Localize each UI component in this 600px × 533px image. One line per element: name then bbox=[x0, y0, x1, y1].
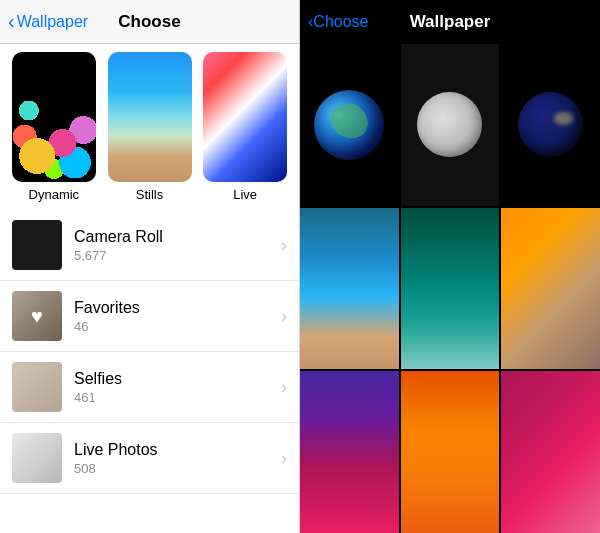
selfies-thumb bbox=[12, 362, 62, 412]
selfies-chevron-icon: › bbox=[281, 377, 287, 398]
dynamic-category[interactable]: Dynamic bbox=[8, 52, 100, 202]
live-thumb-bg bbox=[203, 52, 287, 182]
selfies-name: Selfies bbox=[74, 370, 281, 388]
grid-cell-purple[interactable] bbox=[300, 371, 399, 533]
live-photos-info: Live Photos 508 bbox=[74, 441, 281, 476]
camera-roll-name: Camera Roll bbox=[74, 228, 281, 246]
live-photos-thumb bbox=[12, 433, 62, 483]
live-category[interactable]: Live bbox=[199, 52, 291, 202]
right-panel: ‹ Choose Wallpaper bbox=[300, 0, 600, 533]
live-photos-chevron-icon: › bbox=[281, 448, 287, 469]
grid-cell-pink[interactable] bbox=[501, 371, 600, 533]
selfies-info: Selfies 461 bbox=[74, 370, 281, 405]
grid-cell-earth-night[interactable] bbox=[501, 44, 600, 206]
category-previews: Dynamic Stills Live bbox=[0, 44, 299, 210]
left-back-button[interactable]: ‹ Wallpaper bbox=[8, 10, 88, 33]
selfies-count: 461 bbox=[74, 390, 281, 405]
grid-cell-wave[interactable] bbox=[300, 208, 399, 370]
live-photos-item[interactable]: Live Photos 508 › bbox=[0, 423, 299, 494]
dynamic-thumb bbox=[12, 52, 96, 182]
left-panel: ‹ Wallpaper Choose Dynamic Stills Live bbox=[0, 0, 300, 533]
right-nav-title: Wallpaper bbox=[410, 12, 491, 32]
right-back-label: Choose bbox=[313, 13, 368, 31]
favorites-info: Favorites 46 bbox=[74, 299, 281, 334]
favorites-item[interactable]: Favorites 46 › bbox=[0, 281, 299, 352]
grid-cell-earth[interactable] bbox=[300, 44, 399, 206]
camera-roll-item[interactable]: Camera Roll 5,677 › bbox=[0, 210, 299, 281]
right-nav-bar: ‹ Choose Wallpaper bbox=[300, 0, 600, 44]
stills-label: Stills bbox=[136, 187, 163, 202]
selfies-item[interactable]: Selfies 461 › bbox=[0, 352, 299, 423]
earth-night-icon bbox=[518, 92, 583, 157]
favorites-thumb bbox=[12, 291, 62, 341]
wallpaper-grid bbox=[300, 44, 600, 533]
grid-cell-abstract[interactable] bbox=[501, 208, 600, 370]
grid-cell-moon[interactable] bbox=[401, 44, 500, 206]
live-photos-count: 508 bbox=[74, 461, 281, 476]
live-label: Live bbox=[233, 187, 257, 202]
left-back-label: Wallpaper bbox=[17, 13, 88, 31]
live-thumb bbox=[203, 52, 287, 182]
stills-category[interactable]: Stills bbox=[104, 52, 196, 202]
stills-thumb-bg bbox=[108, 52, 192, 182]
camera-roll-info: Camera Roll 5,677 bbox=[74, 228, 281, 263]
grid-cell-flowers[interactable] bbox=[401, 371, 500, 533]
camera-roll-count: 5,677 bbox=[74, 248, 281, 263]
camera-roll-thumb bbox=[12, 220, 62, 270]
left-chevron-icon: ‹ bbox=[8, 10, 15, 33]
dynamic-label: Dynamic bbox=[29, 187, 80, 202]
stills-thumb bbox=[108, 52, 192, 182]
moon-icon bbox=[417, 92, 482, 157]
library-list: Camera Roll 5,677 › Favorites 46 › Selfi… bbox=[0, 210, 299, 533]
left-nav-bar: ‹ Wallpaper Choose bbox=[0, 0, 299, 44]
live-photos-name: Live Photos bbox=[74, 441, 281, 459]
favorites-chevron-icon: › bbox=[281, 306, 287, 327]
favorites-count: 46 bbox=[74, 319, 281, 334]
favorites-name: Favorites bbox=[74, 299, 281, 317]
grid-cell-teal[interactable] bbox=[401, 208, 500, 370]
dynamic-thumb-bg bbox=[12, 52, 96, 182]
left-nav-title: Choose bbox=[118, 12, 180, 32]
earth-icon bbox=[314, 90, 384, 160]
right-back-button[interactable]: ‹ Choose bbox=[308, 13, 368, 31]
camera-roll-chevron-icon: › bbox=[281, 235, 287, 256]
